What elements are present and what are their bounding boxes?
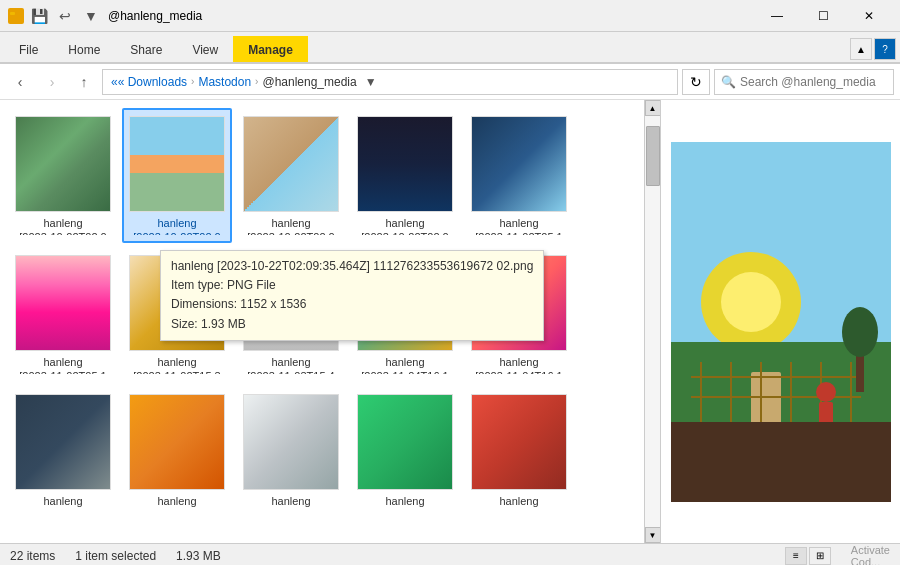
selected-size: 1.93 MB <box>176 549 221 563</box>
minimize-btn[interactable]: — <box>754 0 800 32</box>
file-tooltip: hanleng [2023-10-22T02:09:35.464Z] 11127… <box>160 250 544 341</box>
main-area: hanleng[2023-10-22T02:09:35.464Z]1112762… <box>0 100 900 543</box>
quick-access: 💾 ↩ ▼ <box>8 5 102 27</box>
item-count: 22 items <box>10 549 55 563</box>
file-label: hanleng[2023-10-22T02:09:35.464Z]1112762… <box>242 216 340 235</box>
tab-home[interactable]: Home <box>53 36 115 62</box>
tab-share[interactable]: Share <box>115 36 177 62</box>
file-thumbnail <box>129 394 225 490</box>
preview-svg <box>671 142 891 502</box>
scroll-up-btn[interactable]: ▲ <box>645 100 661 116</box>
search-box[interactable]: 🔍 <box>714 69 894 95</box>
file-label: hanleng <box>157 494 196 508</box>
file-item[interactable]: hanleng <box>122 386 232 521</box>
file-label: hanleng[2023-11-02T15:38:29.717Z]1113416… <box>131 355 223 374</box>
file-label: hanleng <box>43 494 82 508</box>
ribbon-tabs: File Home Share View Manage ▲ ? <box>0 32 900 62</box>
file-label: hanleng[2023-11-04T16:14:21.340Z]1113531… <box>359 355 451 374</box>
file-item[interactable]: hanleng[2023-10-22T02:09:35.464Z]1112762… <box>350 108 460 243</box>
svg-point-20 <box>842 307 878 357</box>
file-label: hanleng[2023-10-22T02:09:35.464Z]1112762… <box>356 216 454 235</box>
ribbon: File Home Share View Manage ▲ ? <box>0 32 900 64</box>
breadcrumb-mastodon[interactable]: Mastodon <box>198 75 251 89</box>
file-item[interactable]: hanleng[2023-10-22T02:09:35.464Z]1112762… <box>8 108 118 243</box>
file-label: hanleng <box>385 494 424 508</box>
file-thumbnail <box>15 394 111 490</box>
file-thumbnail <box>357 394 453 490</box>
address-bar: ‹ › ↑ «« Downloads › Mastodon › @hanleng… <box>0 64 900 100</box>
selected-count: 1 item selected <box>75 549 156 563</box>
scrollbar: ▲ ▼ <box>644 100 660 543</box>
file-item[interactable]: hanleng <box>236 386 346 521</box>
file-label: hanleng[2023-10-22T02:09:35.464Z]1112762… <box>130 216 225 235</box>
file-label: hanleng[2023-11-03T15:45:01.106Z]1113473… <box>245 355 337 374</box>
file-item[interactable]: hanleng[2023-11-02T05:16:29.781Z]1113392… <box>464 108 574 243</box>
breadcrumb-current: @hanleng_media <box>262 75 356 89</box>
file-thumbnail <box>471 116 567 212</box>
grid-view-btn[interactable]: ⊞ <box>809 547 831 565</box>
save-quick-btn[interactable]: 💾 <box>28 5 50 27</box>
tooltip-type: Item type: PNG File <box>171 276 533 295</box>
scroll-thumb[interactable] <box>646 126 660 186</box>
ribbon-content <box>0 62 900 63</box>
file-label: hanleng[2023-10-22T02:09:35.464Z]1112762… <box>19 216 108 235</box>
status-bar: 22 items 1 item selected 1.93 MB ≡ ⊞ Act… <box>0 543 900 565</box>
undo-quick-btn[interactable]: ↩ <box>54 5 76 27</box>
file-thumbnail <box>357 116 453 212</box>
tab-view[interactable]: View <box>177 36 233 62</box>
file-label: hanleng[2023-11-02T05:16:29.781Z]1113392… <box>473 216 565 235</box>
svg-point-15 <box>816 382 836 402</box>
breadcrumb-downloads[interactable]: «« Downloads <box>111 75 187 89</box>
file-thumbnail <box>471 394 567 490</box>
breadcrumb-expand[interactable]: ▼ <box>365 75 377 89</box>
breadcrumb: «« Downloads › Mastodon › @hanleng_media… <box>111 75 377 89</box>
preview-image <box>661 100 900 543</box>
file-list-scroll: hanleng[2023-10-22T02:09:35.464Z]1112762… <box>0 100 660 543</box>
up-btn[interactable]: ↑ <box>70 69 98 95</box>
file-item[interactable]: hanleng[2023-11-02T05:18:35.769Z]1113392… <box>8 247 118 382</box>
activate-windows-notice: ActivateCod... <box>851 544 890 566</box>
scroll-track[interactable] <box>645 116 661 527</box>
tooltip-dimensions: Dimensions: 1152 x 1536 <box>171 295 533 314</box>
forward-btn[interactable]: › <box>38 69 66 95</box>
view-toggle: ≡ ⊞ <box>785 547 831 565</box>
file-label: hanleng <box>271 494 310 508</box>
title-bar-left: 💾 ↩ ▼ @hanleng_media <box>8 5 202 27</box>
file-item[interactable]: hanleng[2023-10-22T02:09:35.464Z]1112762… <box>236 108 346 243</box>
file-item[interactable]: hanleng <box>464 386 574 521</box>
details-view-btn[interactable]: ≡ <box>785 547 807 565</box>
maximize-btn[interactable]: ☐ <box>800 0 846 32</box>
close-btn[interactable]: ✕ <box>846 0 892 32</box>
svg-rect-21 <box>671 422 891 502</box>
customize-quick-btn[interactable]: ▼ <box>80 5 102 27</box>
file-label: hanleng[2023-11-02T05:18:35.769Z]1113392… <box>17 355 109 374</box>
file-item[interactable]: hanleng[2023-10-22T02:09:35.464Z]1112762… <box>122 108 232 243</box>
file-label: hanleng <box>499 494 538 508</box>
refresh-btn[interactable]: ↻ <box>682 69 710 95</box>
file-thumbnail <box>243 116 339 212</box>
file-thumbnail <box>129 116 225 212</box>
preview-pane <box>660 100 900 543</box>
file-list-container: hanleng[2023-10-22T02:09:35.464Z]1112762… <box>0 100 644 543</box>
address-input[interactable]: «« Downloads › Mastodon › @hanleng_media… <box>102 69 678 95</box>
tab-file[interactable]: File <box>4 36 53 62</box>
file-thumbnail <box>15 255 111 351</box>
folder-icon <box>8 8 24 24</box>
scroll-down-btn[interactable]: ▼ <box>645 527 661 543</box>
tooltip-size: Size: 1.93 MB <box>171 315 533 334</box>
title-text: @hanleng_media <box>108 9 202 23</box>
svg-point-4 <box>721 272 781 332</box>
file-item[interactable]: hanleng <box>8 386 118 521</box>
search-input[interactable] <box>740 75 887 89</box>
ribbon-collapse-btn[interactable]: ▲ <box>850 38 872 60</box>
back-btn[interactable]: ‹ <box>6 69 34 95</box>
tab-manage[interactable]: Manage <box>233 36 308 62</box>
file-label: hanleng[2023-11-04T16:14:21.340Z]1113531… <box>473 355 565 374</box>
tooltip-filename: hanleng [2023-10-22T02:09:35.464Z] 11127… <box>171 257 533 276</box>
help-btn[interactable]: ? <box>874 38 896 60</box>
file-item[interactable]: hanleng <box>350 386 460 521</box>
file-thumbnail <box>15 116 111 212</box>
search-icon: 🔍 <box>721 75 736 89</box>
file-thumbnail <box>243 394 339 490</box>
title-bar: 💾 ↩ ▼ @hanleng_media — ☐ ✕ <box>0 0 900 32</box>
